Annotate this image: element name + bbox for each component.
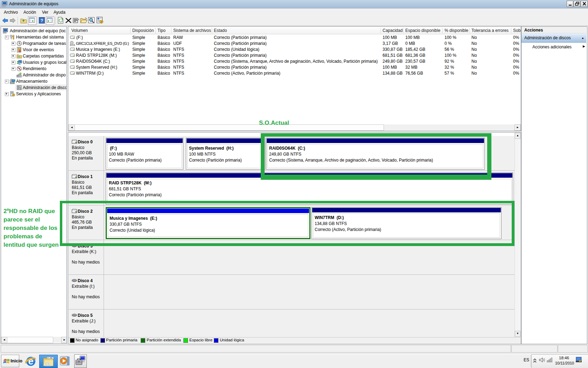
svg-text:?: ? [41, 18, 43, 23]
